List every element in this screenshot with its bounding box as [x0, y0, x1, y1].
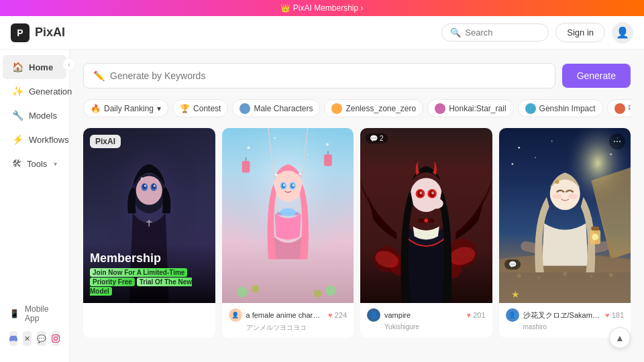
filter-daily-ranking[interactable]: 🔥 Daily Ranking ▾: [83, 99, 168, 117]
generate-input[interactable]: [110, 70, 545, 81]
sidebar-bottom: 📱 Mobile App ✕ 💬: [0, 294, 69, 357]
signin-button[interactable]: Sign in: [555, 23, 605, 42]
card-likes-sakamata: ♥ 181: [605, 311, 624, 319]
kanji-label: 鳴: [629, 103, 631, 114]
generate-bar: ✏️ Generate: [83, 63, 631, 88]
svg-point-34: [292, 184, 294, 186]
pink-anime-card[interactable]: ✦ ✦: [222, 128, 354, 338]
header: P PixAI 🔍 Sign in 👤: [0, 16, 644, 50]
mobile-app-label: Mobile App: [25, 304, 60, 323]
membership-subtitle: Join Now For A Limited-Time Priority Fre…: [90, 268, 209, 296]
card-title-vampire: vampire: [384, 311, 463, 319]
dropdown-arrow-icon: ▾: [157, 104, 161, 113]
user-avatar-sakamata: 👤: [506, 308, 519, 322]
promo-card[interactable]: ✦ ✦ PixAI Membership Join Now For A Limi…: [83, 128, 215, 338]
honkai-avatar: [435, 103, 445, 114]
user-avatar-vampire: 👤: [367, 308, 380, 322]
user-avatar-pink: 👤: [229, 308, 242, 322]
top-banner[interactable]: 👑 PixAI Membership ›: [0, 0, 644, 16]
search-icon: 🔍: [450, 27, 461, 38]
svg-text:★: ★: [511, 290, 519, 300]
filter-genshin[interactable]: Genshin Impact: [518, 99, 603, 117]
sidebar-tools-label: Tools: [27, 159, 47, 169]
sidebar-collapse-button[interactable]: ‹: [62, 58, 76, 71]
search-box[interactable]: 🔍: [441, 23, 549, 42]
sakamata-card[interactable]: ★ ⋯ 💬 👤 沙花叉クロヱ/Sakamata Chloe ♥ 181: [499, 128, 631, 338]
twitter-icon[interactable]: ✕: [23, 331, 31, 346]
scroll-top-button[interactable]: ▲: [609, 327, 631, 349]
instagram-icon[interactable]: [52, 331, 60, 346]
mobile-icon: 📱: [9, 309, 19, 318]
svg-point-58: [551, 141, 552, 142]
svg-point-36: [251, 285, 259, 293]
svg-point-75: [555, 180, 559, 184]
banner-arrow: ›: [361, 3, 364, 13]
tools-chevron-icon: ▾: [54, 160, 57, 168]
filter-honkai[interactable]: Honkai:Star_rail: [427, 99, 513, 117]
svg-point-51: [419, 191, 422, 194]
svg-point-57: [518, 147, 520, 149]
logo-text: PixAI: [35, 25, 65, 40]
sidebar-item-home[interactable]: 🏠 Home: [3, 55, 66, 79]
sidebar-models-label: Models: [29, 111, 57, 121]
svg-point-33: [282, 184, 284, 186]
svg-text:✦: ✦: [156, 178, 159, 182]
likes-count-sakamata: 181: [612, 311, 624, 319]
card-more-button[interactable]: ⋯: [609, 133, 625, 149]
svg-rect-73: [591, 227, 599, 231]
social-icons: ✕ 💬: [9, 327, 60, 350]
logo-icon: P: [11, 23, 30, 42]
svg-point-16: [326, 143, 329, 146]
membership-overlay: Membership Join Now For A Limited-Time P…: [83, 243, 215, 303]
user-avatar-button[interactable]: 👤: [612, 22, 633, 44]
mobile-app-link[interactable]: 📱 Mobile App: [9, 300, 60, 327]
card-title-pink: a female anime character in pink d...: [246, 311, 325, 319]
chevron-up-icon: ▲: [615, 333, 625, 343]
sidebar-item-generation[interactable]: ✨ Generation: [3, 79, 66, 103]
banner-text: PixAI Membership: [293, 3, 358, 13]
header-right: 🔍 Sign in 👤: [441, 22, 633, 44]
vampire-card[interactable]: 💬 2 👤 vampire ♥ 201 Yukishigure: [360, 128, 492, 338]
comment-icon-sakamata: 💬: [508, 261, 517, 268]
svg-point-14: [247, 146, 250, 149]
logo[interactable]: P PixAI: [11, 23, 78, 42]
content-area: ✏️ Generate 🔥 Daily Ranking ▾ 🏆 Contest …: [70, 50, 644, 362]
svg-point-55: [424, 219, 428, 223]
svg-point-15: [274, 137, 276, 139]
svg-point-38: [313, 290, 321, 298]
genshin-avatar: [525, 103, 536, 114]
tools-icon: 🛠: [12, 158, 21, 169]
likes-count-pink: 224: [335, 311, 347, 319]
sidebar-item-tools[interactable]: 🛠 Tools ▾: [3, 152, 66, 176]
svg-point-71: [568, 194, 578, 199]
filter-kanji[interactable]: 鳴: [607, 99, 631, 117]
sidebar-generation-label: Generation: [29, 86, 72, 97]
sidebar-item-models[interactable]: 🔧 Models: [3, 103, 66, 127]
sidebar-item-workflows[interactable]: ⚡ Workflows: [3, 127, 66, 152]
svg-point-25: [280, 208, 295, 216]
generate-button[interactable]: Generate: [562, 64, 631, 88]
card-title-sakamata: 沙花叉クロヱ/Sakamata Chloe: [523, 310, 602, 320]
comment-count-vampire: 2: [380, 135, 384, 142]
discord-icon[interactable]: [9, 331, 17, 346]
svg-rect-18: [241, 161, 250, 173]
models-icon: 🔧: [12, 110, 23, 121]
svg-point-62: [610, 154, 612, 156]
chat-icon[interactable]: 💬: [37, 331, 46, 346]
svg-text:✦: ✦: [297, 172, 301, 176]
generation-icon: ✨: [12, 86, 23, 97]
home-icon: 🏠: [12, 62, 23, 72]
search-input[interactable]: [465, 27, 540, 38]
sidebar: ‹ 🏠 Home ✨ Generation 🔧 Models ⚡ Workflo…: [0, 50, 70, 362]
genshin-label: Genshin Impact: [539, 104, 596, 113]
svg-point-52: [431, 191, 434, 194]
filter-contest[interactable]: 🏆 Contest: [172, 99, 228, 117]
generate-input-wrap[interactable]: ✏️: [83, 63, 555, 88]
fire-icon: 🔥: [91, 104, 101, 113]
filter-male-characters[interactable]: Male Characters: [232, 99, 320, 117]
svg-point-53: [430, 198, 443, 209]
filter-zenless-zone-zero[interactable]: Zenless_zone_zero: [324, 99, 423, 117]
trophy-icon: 🏆: [180, 104, 190, 113]
image-grid: ✦ ✦ PixAI Membership Join Now For A Limi…: [83, 128, 631, 338]
card-username-pink: アンメルツヨコヨコ: [229, 323, 347, 333]
